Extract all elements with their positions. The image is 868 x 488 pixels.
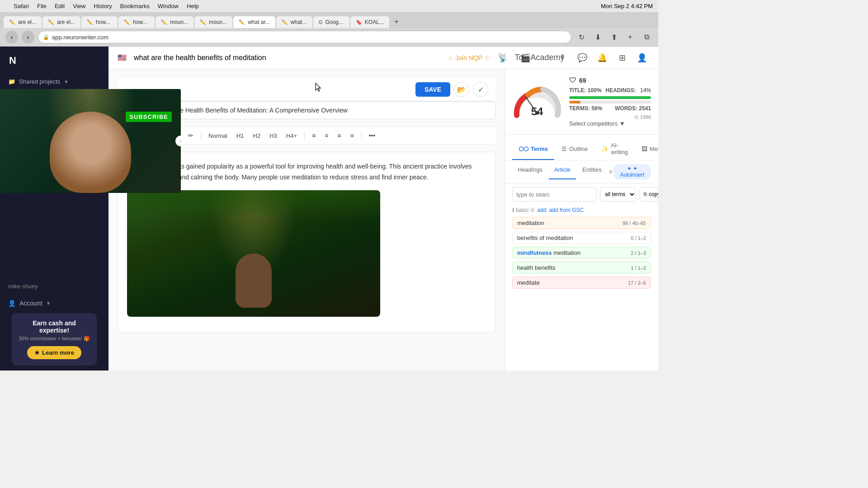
browser-tab-6[interactable]: ✏️ what ar... — [233, 16, 275, 28]
save-button[interactable]: SAVE — [415, 82, 450, 97]
shared-projects-chevron: ▼ — [64, 79, 69, 84]
menu-window[interactable]: Window — [158, 3, 179, 9]
tabs-overview-icon[interactable]: ⧉ — [640, 31, 653, 43]
browser-tab-9[interactable]: 🔖 KOAL... — [350, 16, 389, 28]
menu-history[interactable]: History — [94, 3, 112, 9]
academy-button[interactable]: 🎬 Academy — [535, 51, 550, 65]
browser-tab-0[interactable]: ✏️ are el... — [4, 16, 42, 28]
browser-tab-2[interactable]: ✏️ how... — [81, 16, 118, 28]
h1-btn[interactable]: H1 — [233, 131, 248, 141]
check-circle-icon[interactable]: ✓ — [473, 82, 488, 97]
join-nqp-button[interactable]: ☆ Join NQP ☆ — [448, 54, 490, 61]
menu-safari[interactable]: Safari — [14, 3, 29, 9]
add-tab-icon[interactable]: + — [624, 31, 637, 43]
user-icon[interactable]: 👤 — [635, 51, 649, 65]
earn-card-title: Earn cash and expertise! — [18, 319, 90, 334]
browser-tab-7[interactable]: ✏️ what... — [276, 16, 312, 28]
more-options-btn[interactable]: ••• — [365, 130, 379, 141]
menu-file[interactable]: File — [37, 3, 47, 9]
terms-words-row: TERMS: 56% WORDS: 2541 — [569, 105, 651, 112]
address-bar[interactable]: 🔒 app.neuronwriter.com — [38, 31, 571, 43]
terms-filter-select[interactable]: all terms — [600, 187, 636, 202]
browser-tab-3[interactable]: ✏️ how... — [118, 16, 155, 28]
pencil-button[interactable]: ✏ — [184, 130, 197, 141]
tab-label-3: how... — [133, 19, 147, 25]
headings-score-label: HEADINGS: — [605, 87, 636, 94]
filter-list-icon[interactable]: ≡ — [609, 164, 613, 179]
browser-tab-1[interactable]: ✏️ are el... — [42, 16, 80, 28]
add-from-gsc-link[interactable]: add from GSC — [549, 207, 584, 213]
kw-name-1: benefits of meditation — [517, 235, 627, 241]
tab-media[interactable]: 🖼 Media — [635, 138, 658, 160]
folder-open-icon[interactable]: 📂 — [454, 82, 469, 97]
folder-icon: 📁 — [8, 78, 15, 85]
back-button[interactable]: ‹ — [5, 31, 18, 43]
tab-outline[interactable]: ☰ Outline — [555, 138, 594, 160]
image-leaf-overlay — [127, 190, 380, 226]
keyword-item-4: meditate 17 / 2–6 — [512, 277, 651, 289]
wifi-radio-icon[interactable]: 📡 — [495, 51, 510, 65]
h3-btn[interactable]: H3 — [266, 131, 281, 141]
kw-name-4: meditate — [517, 279, 624, 286]
title-score-label: TITLE: 100% — [569, 87, 601, 94]
headings-progress — [569, 101, 651, 103]
reload-button[interactable]: ↻ — [575, 31, 588, 43]
forward-button[interactable]: › — [22, 31, 34, 43]
tab-icon-2: ✏️ — [87, 19, 93, 25]
title-input[interactable] — [141, 101, 495, 119]
words-ref: ⊙ 1986 — [569, 114, 651, 120]
sidebar-item-shared-projects[interactable]: 📁 Shared projects ▼ — [0, 75, 108, 89]
menu-help[interactable]: Help — [187, 3, 199, 9]
subtab-headings[interactable]: Headings — [512, 164, 548, 179]
headings-score-value: 14% — [640, 87, 651, 94]
tab-icon-3: ✏️ — [124, 19, 130, 25]
menu-view[interactable]: View — [73, 3, 85, 9]
tab-terms[interactable]: ⬡⬡ Terms — [512, 138, 554, 160]
chat-icon[interactable]: 💬 — [575, 51, 590, 65]
kw-stats-2: 2 / 1–3 — [631, 250, 646, 256]
download-icon[interactable]: ⬇ — [591, 31, 604, 43]
tab-ai-writing[interactable]: ✨ AI-writing — [595, 138, 634, 160]
align-right-btn[interactable]: ≡ — [334, 130, 344, 141]
keyword-search-input[interactable] — [512, 187, 596, 202]
star-right-icon: ☆ — [484, 54, 490, 61]
copy-label: copy... — [649, 191, 658, 197]
kw-stats-3: 1 / 1–2 — [631, 265, 646, 271]
align-left-btn[interactable]: ≡ — [308, 130, 319, 141]
ai-icon: ✨ — [601, 145, 609, 152]
autoinsert-button[interactable]: ✦ ✦ Autoinsert — [613, 164, 651, 179]
select-competitors-button[interactable]: Select competitors ▼ — [569, 120, 625, 127]
subtab-article[interactable]: Article — [549, 164, 576, 179]
browser-tab-5[interactable]: ✏️ moun... — [194, 16, 232, 28]
justify-btn[interactable]: ≡ — [347, 130, 358, 141]
ai-tab-label: AI-writing — [611, 142, 628, 155]
browser-tab-4[interactable]: ✏️ moun... — [156, 16, 193, 28]
learn-more-button[interactable]: ★ Learn more — [27, 346, 81, 359]
browser-tabs: ✏️ are el... ✏️ are el... ✏️ how... ✏️ h… — [0, 13, 658, 28]
add-link[interactable]: add — [537, 207, 546, 213]
facebook-icon[interactable]: f — [555, 51, 570, 65]
subtab-entities[interactable]: Entities — [577, 164, 607, 179]
align-center-btn[interactable]: ≡ — [321, 130, 332, 141]
h4plus-btn[interactable]: H4+ — [283, 131, 301, 141]
keyword-item-3: health benefits 1 / 1–2 — [512, 262, 651, 274]
copy-button[interactable]: ⎘ copy... ▼ — [640, 187, 658, 202]
browser-tab-8[interactable]: G Goog... — [313, 16, 349, 28]
menu-bookmarks[interactable]: Bookmarks — [120, 3, 150, 9]
grid-icon[interactable]: ⊞ — [615, 51, 629, 65]
terms-icon: ⬡⬡ — [519, 145, 528, 152]
url-text: app.neuronwriter.com — [52, 34, 108, 41]
terms-label: TERMS: 56% — [569, 105, 602, 112]
keyword-item-1: benefits of meditation 0 / 1–2 — [512, 232, 651, 244]
share-icon[interactable]: ⬆ — [608, 31, 620, 43]
normal-btn[interactable]: Normal — [205, 131, 231, 141]
menu-edit[interactable]: Edit — [55, 3, 65, 9]
sidebar-logo: N — [0, 47, 108, 71]
h2-btn[interactable]: H2 — [250, 131, 264, 141]
bell-icon[interactable]: 🔔 — [595, 51, 609, 65]
mac-clock: Mon Sep 2 4:42 PM — [601, 3, 653, 9]
tab-label-5: moun... — [209, 19, 227, 25]
star-left-icon: ☆ — [448, 54, 453, 61]
new-tab-button[interactable]: + — [390, 15, 403, 28]
sidebar-item-account[interactable]: 👤 Account ▼ — [8, 297, 100, 310]
